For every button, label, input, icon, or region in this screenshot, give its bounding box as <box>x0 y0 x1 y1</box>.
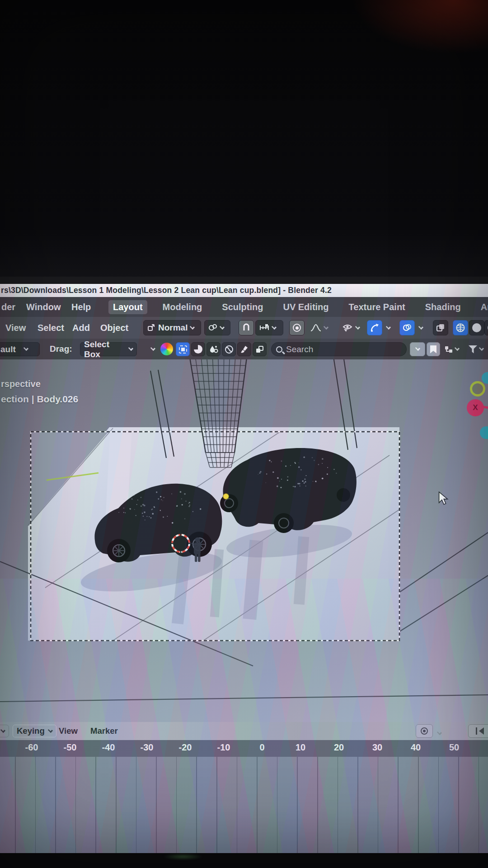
menu-help[interactable]: Help <box>71 297 91 317</box>
timeline-gridline <box>136 757 137 853</box>
gizmo-axis-x-ball[interactable]: X <box>467 399 484 416</box>
menu-add[interactable]: Add <box>72 317 90 339</box>
wheel <box>337 488 350 502</box>
workspace-tab-layout[interactable]: Layout <box>108 300 147 314</box>
origin-dot <box>223 494 229 500</box>
preset-dropdown[interactable]: ault <box>0 342 40 356</box>
pivot-point-dropdown[interactable] <box>204 320 230 335</box>
chevron-down-icon <box>385 324 390 329</box>
display-mode-dropdown[interactable] <box>441 342 461 356</box>
select-mode-set-button[interactable] <box>176 342 190 356</box>
box-select-icon <box>179 345 187 354</box>
drag-label: Drag: <box>50 339 72 359</box>
search-icon <box>276 346 282 353</box>
timeline-gridline <box>35 757 36 853</box>
timeline-ruler[interactable]: -60-50-40-30-20-1001020304050 <box>0 740 488 757</box>
chevron-down-icon <box>150 346 155 351</box>
ruler-tick: 20 <box>334 742 344 753</box>
screen-smudge <box>163 854 203 860</box>
timeline-gridline <box>116 757 117 853</box>
chevron-down-icon <box>23 346 28 351</box>
editor-type-dropdown[interactable] <box>0 725 9 737</box>
chevron-down-icon <box>0 727 5 732</box>
workspace-tab-sculpting[interactable]: Sculpting <box>217 300 267 314</box>
workspace-tab-modeling[interactable]: Modeling <box>158 300 207 314</box>
timeline-gridline <box>237 757 238 853</box>
auto-keying-toggle[interactable] <box>416 724 433 738</box>
phone-photo-of-monitor: rs\3D\Downloads\Lesson 1 Modeling\Lesson… <box>0 0 488 868</box>
pie-circle-icon <box>194 345 202 354</box>
timeline-gridline <box>257 757 258 853</box>
collapse-button[interactable] <box>410 342 425 356</box>
gizmo-dropdown[interactable] <box>383 320 393 335</box>
timeline-gridline <box>55 757 56 853</box>
ruler-tick: -30 <box>141 742 154 753</box>
jump-to-start-button[interactable] <box>468 724 488 738</box>
tree-hierarchy-icon <box>444 345 453 354</box>
menu-render-cut[interactable]: der <box>1 297 15 317</box>
object-visibility-dropdown[interactable] <box>338 320 366 335</box>
transform-orientation-dropdown[interactable]: Normal <box>143 320 201 335</box>
ruler-tick: 0 <box>259 742 264 753</box>
keying-options-dropdown[interactable] <box>434 726 445 741</box>
ruler-tick: 40 <box>411 742 421 753</box>
filter-dropdown[interactable] <box>464 342 488 356</box>
tool-expand-dropdown[interactable] <box>147 342 159 356</box>
timeline-menu-marker[interactable]: Marker <box>90 722 118 740</box>
workspace-tab-uv-editing[interactable]: UV Editing <box>278 300 333 314</box>
ruler-tick: -10 <box>217 742 230 753</box>
overlays-dropdown[interactable] <box>416 320 426 335</box>
jump-start-icon <box>476 727 478 735</box>
show-gizmo-toggle[interactable] <box>367 320 382 335</box>
orientation-icon <box>147 324 155 332</box>
workspace-tab-animation[interactable]: Animation <box>476 300 488 314</box>
falloff-dropdown[interactable] <box>306 320 333 335</box>
chevron-down-icon <box>220 324 225 329</box>
shading-wireframe-button[interactable] <box>453 320 468 335</box>
timeline-gridline <box>317 757 318 853</box>
drag-value: Select Box <box>84 340 126 359</box>
menu-object[interactable]: Object <box>100 317 128 339</box>
select-mode-subtract-button[interactable] <box>206 342 221 356</box>
monitor-bezel <box>0 277 488 284</box>
snap-toggle[interactable] <box>239 320 254 335</box>
falloff-sphere-icon[interactable] <box>160 343 173 355</box>
magnet-icon <box>242 323 251 332</box>
timeline-gridline <box>75 757 76 853</box>
menu-window[interactable]: Window <box>26 297 61 317</box>
drag-mode-dropdown[interactable]: Select Box <box>80 342 137 356</box>
workspace-tab-shading[interactable]: Shading <box>421 300 465 314</box>
timeline-body[interactable] <box>0 757 488 853</box>
menu-view[interactable]: View <box>5 317 26 339</box>
select-mode-extend-button[interactable] <box>191 342 205 356</box>
overlays-icon <box>403 324 412 332</box>
ruler-tick: -60 <box>25 742 38 753</box>
workspace-tab-texture-paint[interactable]: Texture Paint <box>344 300 410 314</box>
shading-material-button[interactable] <box>484 320 488 335</box>
snap-target-dropdown[interactable] <box>255 320 283 335</box>
search-field[interactable] <box>271 342 407 356</box>
show-overlays-toggle[interactable] <box>399 320 415 335</box>
chevron-down-icon <box>418 324 423 329</box>
timeline-gridline <box>277 757 278 853</box>
viewport-canvas[interactable] <box>0 359 488 722</box>
timeline-menu-view[interactable]: View <box>59 722 78 740</box>
bookmark-button[interactable] <box>427 342 440 356</box>
xray-toggle[interactable] <box>433 320 448 335</box>
viewport-3d[interactable]: rspective ection | Body.026 X <box>0 359 488 722</box>
shading-solid-button[interactable] <box>469 320 484 335</box>
pivot-point-icon <box>208 324 217 332</box>
select-mode-invert-button[interactable] <box>222 342 236 356</box>
orientation-value: Normal <box>158 323 188 333</box>
gizmo-axis-y-ring[interactable] <box>470 381 485 396</box>
search-input[interactable] <box>286 344 376 354</box>
menu-select[interactable]: Select <box>38 317 64 339</box>
copy-buffers-button[interactable] <box>253 342 267 356</box>
proportional-editing-toggle[interactable] <box>289 320 305 335</box>
keying-dropdown[interactable]: Keying <box>13 725 56 737</box>
timeline-gridline <box>176 757 177 853</box>
window-titlebar[interactable]: rs\3D\Downloads\Lesson 1 Modeling\Lesson… <box>0 284 488 297</box>
annotate-tool-button[interactable] <box>237 342 251 356</box>
ruler-tick: -50 <box>64 742 77 753</box>
workspace-tabs: LayoutModelingSculptingUV EditingTexture… <box>108 297 488 317</box>
